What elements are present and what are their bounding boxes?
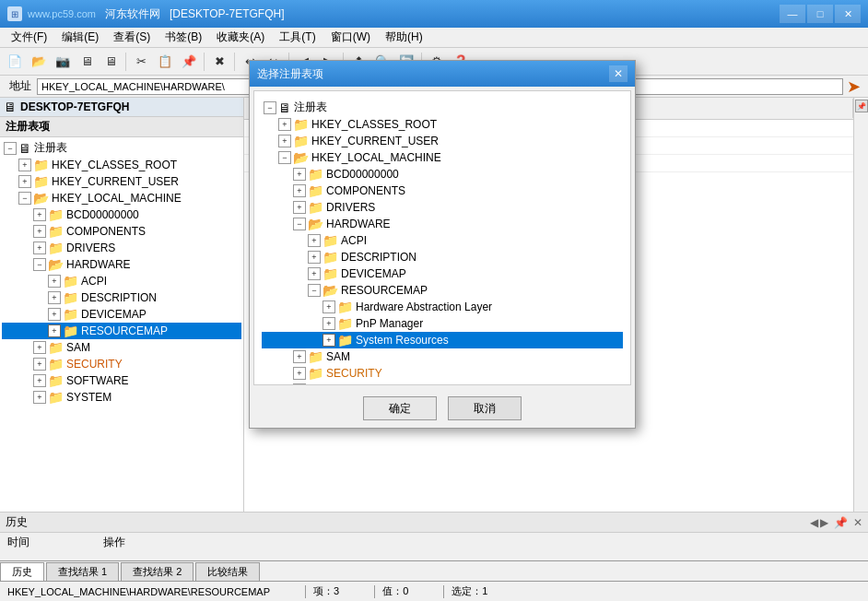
dtree-item-root[interactable]: − 🖥 注册表 (262, 99, 623, 116)
dtree-item-system-resources[interactable]: + 📁 System Resources (262, 332, 623, 348)
tree-item-acpi[interactable]: + 📁 ACPI (2, 273, 241, 289)
tree-item-software[interactable]: + 📁 SOFTWARE (2, 372, 241, 389)
tree-label-classes-root: HKEY_CLASSES_ROOT (52, 159, 177, 171)
tree-label-bcd: BCD00000000 (66, 208, 139, 221)
app-window: ⊞ www.pc59.com 河东软件网 [DESKTOP-7ETGFQH] —… (0, 0, 868, 601)
menu-view[interactable]: 查看(S) (106, 28, 158, 47)
dfolder-system-resources-icon: 📁 (337, 333, 353, 348)
dtree-item-local-machine[interactable]: − 📂 HKEY_LOCAL_MACHINE (262, 149, 623, 166)
tree-item-classes-root[interactable]: + 📁 HKEY_CLASSES_ROOT (2, 157, 241, 173)
dialog-close-button[interactable]: ✕ (609, 65, 628, 82)
tree-label-root: 注册表 (34, 140, 67, 156)
tree-item-root[interactable]: − 🖥 注册表 (2, 139, 241, 157)
tree-item-current-user[interactable]: + 📁 HKEY_CURRENT_USER (2, 173, 241, 190)
dtree-item-components[interactable]: + 📁 COMPONENTS (262, 183, 623, 199)
dexpander-hardware: − (293, 218, 306, 230)
menu-tools[interactable]: 工具(T) (272, 28, 323, 47)
sidebar-header: 注册表项 (0, 117, 243, 137)
menu-window[interactable]: 窗口(W) (323, 28, 378, 47)
dtree-item-resourcemap[interactable]: − 📂 RESOURCEMAP (262, 282, 623, 299)
dtree-item-hardware[interactable]: − 📂 HARDWARE (262, 216, 623, 232)
dtree-item-software[interactable]: + 📁 SOFTWARE (262, 382, 623, 385)
sidebar-tree: − 🖥 注册表 + 📁 HKEY_CLASSES_ROOT + 📁 (0, 137, 243, 512)
menu-file[interactable]: 文件(F) (4, 28, 54, 47)
expander-acpi: + (48, 275, 61, 288)
dexpander-acpi: + (308, 234, 321, 247)
dtree-item-bcd[interactable]: + 📁 BCD00000000 (262, 166, 623, 183)
tree-container: − 🖥 注册表 + 📁 HKEY_CLASSES_ROOT + 📁 (0, 137, 243, 407)
dtree-item-current-user[interactable]: + 📁 HKEY_CURRENT_USER (262, 133, 623, 149)
expander-description: + (48, 291, 61, 304)
dtree-item-security[interactable]: + 📁 SECURITY (262, 365, 623, 382)
tree-item-drivers[interactable]: + 📁 DRIVERS (2, 240, 241, 256)
toolbar-delete[interactable]: ✖ (208, 51, 230, 73)
dtree-label-components: COMPONENTS (326, 184, 405, 197)
menu-bookmarks[interactable]: 书签(B) (158, 28, 209, 47)
dtree-item-drivers[interactable]: + 📁 DRIVERS (262, 199, 623, 216)
status-sep-1 (305, 585, 306, 598)
dexpander-sam: + (293, 350, 306, 363)
tree-item-sam[interactable]: + 📁 SAM (2, 339, 241, 356)
menu-favorites[interactable]: 收藏夹(A) (209, 28, 272, 47)
dtree-item-classes-root[interactable]: + 📁 HKEY_CLASSES_ROOT (262, 116, 623, 133)
toolbar-computer[interactable]: 🖥 (76, 51, 98, 73)
dtree-item-description[interactable]: + 📁 DESCRIPTION (262, 249, 623, 265)
status-values: 值：0 (382, 584, 408, 598)
toolbar-open[interactable]: 📂 (28, 51, 50, 73)
toolbar-camera[interactable]: 📷 (52, 51, 74, 73)
tree-item-devicemap[interactable]: + 📁 DEVICEMAP (2, 306, 241, 323)
dtree-item-sam[interactable]: + 📁 SAM (262, 348, 623, 365)
toolbar-b1[interactable]: 🖥 (100, 51, 122, 73)
window-controls: — □ ✕ (780, 5, 861, 23)
tree-label-components: COMPONENTS (66, 225, 146, 238)
folder-bcd-icon: 📁 (48, 207, 64, 222)
tree-item-description[interactable]: + 📁 DESCRIPTION (2, 289, 241, 306)
dialog-cancel-button[interactable]: 取消 (448, 396, 522, 420)
tab-find-result-2[interactable]: 查找结果 2 (121, 562, 194, 581)
minimize-button[interactable]: — (780, 5, 805, 23)
dfolder-current-user-icon: 📁 (293, 134, 309, 148)
tree-item-security[interactable]: + 📁 SECURITY (2, 356, 241, 372)
toolbar-copy[interactable]: 📋 (154, 51, 176, 73)
tree-item-system[interactable]: + 📁 SYSTEM (2, 389, 241, 406)
address-go-icon[interactable]: ➤ (847, 77, 861, 97)
dialog-ok-button[interactable]: 确定 (363, 396, 437, 420)
maximize-button[interactable]: □ (807, 5, 833, 23)
dtree-label-root: 注册表 (294, 100, 327, 115)
dexpander-pnp: + (323, 317, 335, 330)
pin-icon[interactable]: 📌 (834, 516, 848, 529)
dtree-item-devicemap[interactable]: + 📁 DEVICEMAP (262, 265, 623, 282)
tree-item-resourcemap[interactable]: + 📁 RESOURCEMAP (2, 323, 241, 339)
tab-find-result-1[interactable]: 查找结果 1 (46, 562, 119, 581)
dtree-item-acpi[interactable]: + 📁 ACPI (262, 232, 623, 249)
toolbar-sep2 (204, 53, 205, 71)
dtree-item-hal[interactable]: + 📁 Hardware Abstraction Layer (262, 299, 623, 315)
tree-label-hardware: HARDWARE (66, 258, 131, 271)
arrow-left[interactable]: ◀ (810, 516, 818, 529)
toolbar-cut[interactable]: ✂ (130, 51, 152, 73)
expander-root: − (4, 142, 17, 155)
menu-edit[interactable]: 编辑(E) (54, 28, 106, 47)
pin-button[interactable]: 📌 (855, 100, 868, 112)
arrow-right[interactable]: ▶ (820, 516, 828, 529)
toolbar-new[interactable]: 📄 (4, 51, 26, 73)
dtree-label-current-user: HKEY_CURRENT_USER (311, 135, 439, 147)
toolbar-paste[interactable]: 📌 (178, 51, 200, 73)
expander-sam: + (33, 341, 46, 354)
dtree-label-drivers: DRIVERS (326, 201, 375, 214)
dtree-item-pnp[interactable]: + 📁 PnP Manager (262, 315, 623, 332)
tree-item-components[interactable]: + 📁 COMPONENTS (2, 223, 241, 240)
tab-history[interactable]: 历史 (0, 562, 44, 581)
toolbar-sep1 (125, 53, 126, 71)
close-button[interactable]: ✕ (835, 5, 861, 23)
dtree-label-pnp: PnP Manager (356, 317, 423, 330)
tree-item-local-machine[interactable]: − 📂 HKEY_LOCAL_MACHINE (2, 190, 241, 206)
tree-item-hardware[interactable]: − 📂 HARDWARE (2, 256, 241, 273)
menu-help[interactable]: 帮助(H) (378, 28, 430, 47)
expander-drivers: + (33, 242, 46, 254)
dtree-label-system-resources: System Resources (356, 334, 449, 347)
dialog-title-bar: 选择注册表项 ✕ (250, 61, 635, 87)
tab-compare-result[interactable]: 比较结果 (195, 562, 260, 581)
close-history[interactable]: ✕ (853, 516, 862, 529)
tree-item-bcd[interactable]: + 📁 BCD00000000 (2, 206, 241, 223)
